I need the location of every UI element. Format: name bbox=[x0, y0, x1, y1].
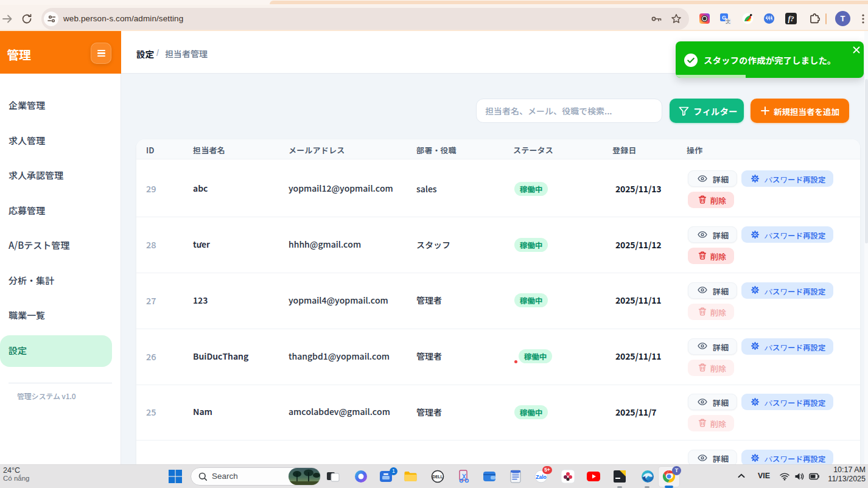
svg-text:文: 文 bbox=[726, 19, 730, 24]
svg-text:DELL: DELL bbox=[433, 475, 443, 479]
svg-text:f?: f? bbox=[788, 15, 794, 23]
svg-text:Zalo: Zalo bbox=[536, 474, 546, 480]
